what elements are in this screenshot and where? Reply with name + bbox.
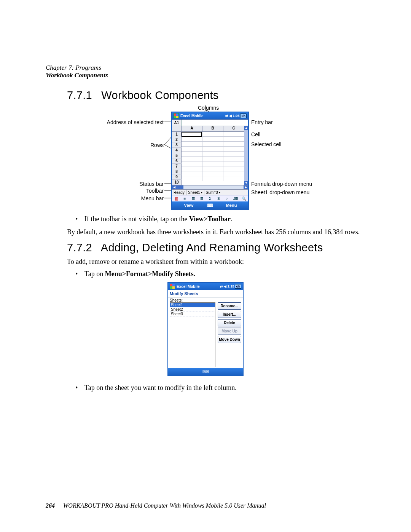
callout-columns: Columns — [198, 105, 219, 111]
chart-icon[interactable]: ▥ — [174, 197, 179, 201]
autosum-icon[interactable]: Σ — [207, 197, 213, 201]
callout-sheet-dd: Sheet1 drop-down menu — [251, 189, 309, 195]
window-titlebar: Excel Mobile ⇄ ◀ 1:03 ok — [172, 112, 248, 120]
callout-status: Status bar — [139, 181, 164, 187]
window-titlebar: Excel Mobile ⇄ ◀ 1:15 ok — [168, 283, 243, 290]
align-center-icon[interactable]: ≣ — [191, 197, 196, 201]
row-header[interactable]: 7 — [172, 164, 182, 169]
align-right-icon[interactable]: ≣ — [199, 197, 204, 201]
bullet-modify-sheets: Tap on Menu>Format>Modify Sheets. — [75, 269, 365, 278]
figure-workbook-components: Columns Address of selected text Rows St… — [84, 105, 327, 208]
volume-icon: ◀ — [229, 114, 232, 118]
heading-number: 7.7.1 — [67, 89, 92, 101]
ok-button[interactable]: ok — [240, 113, 247, 118]
app-title: Excel Mobile — [177, 284, 218, 289]
menu-view[interactable]: View — [172, 203, 206, 208]
currency-icon[interactable]: $ — [216, 197, 221, 201]
menu-menu[interactable]: Menu — [215, 203, 248, 208]
sheet-item[interactable]: Sheet3 — [170, 312, 215, 316]
menu-path: View>Toolbar — [189, 215, 231, 223]
row-header[interactable]: 6 — [172, 158, 182, 164]
callout-selected: Selected cell — [251, 141, 281, 147]
heading-title: Adding, Deleting And Renaming Worksheets — [101, 241, 323, 254]
move-down-button[interactable]: Move Down — [218, 336, 241, 343]
move-up-button[interactable]: Move Up — [218, 328, 241, 335]
row-header[interactable]: 9 — [172, 174, 182, 180]
row-header[interactable]: 5 — [172, 153, 182, 158]
row-header[interactable]: 1 — [172, 132, 182, 137]
windows-icon — [174, 113, 179, 118]
dialog-title: Modify Sheets — [168, 290, 243, 297]
keyboard-icon[interactable]: ⌨ — [206, 203, 215, 208]
comma-icon[interactable]: › — [224, 197, 229, 201]
callout-address: Address of selected text — [107, 119, 164, 125]
column-header-a[interactable]: A — [182, 126, 202, 131]
scroll-thumb[interactable] — [177, 185, 183, 189]
sheet-dropdown[interactable]: Sheet1▾ — [186, 190, 204, 195]
callout-rows: Rows — [150, 142, 164, 148]
scroll-right-icon[interactable]: ▶ — [244, 185, 248, 189]
heading-number: 7.7.2 — [67, 241, 92, 254]
vertical-scrollbar[interactable]: ▲ ▼ — [244, 126, 248, 185]
page-number: 264 — [46, 502, 55, 509]
clock: 1:15 — [227, 284, 234, 288]
callout-cell: Cell — [251, 131, 260, 137]
delete-button[interactable]: Delete — [218, 319, 241, 326]
select-all-corner[interactable] — [172, 126, 182, 131]
cell-grid[interactable] — [182, 132, 244, 185]
row-headers[interactable]: 1 2 3 4 5 6 7 8 9 10 — [172, 132, 182, 185]
status-bar: Ready Sheet1▾ Sum=0▾ — [172, 189, 248, 195]
sheet-list[interactable]: Sheet1 Sheet2 Sheet3 — [170, 302, 215, 367]
insert-button[interactable]: Insert... — [218, 311, 241, 318]
app-title: Excel Mobile — [180, 114, 224, 118]
sip-bar: ⌨ — [168, 368, 243, 375]
scroll-down-icon[interactable]: ▼ — [244, 181, 248, 185]
connectivity-icon: ⇄ — [220, 284, 223, 288]
toolbar: ▥ ≡ ≣ ≣ Σ $ › .00 🔍 — [172, 195, 248, 201]
formula-dropdown[interactable]: Sum=0▾ — [204, 190, 222, 195]
keyboard-icon[interactable]: ⌨ — [202, 369, 209, 374]
menu-bar: View ⌨ Menu — [172, 201, 248, 209]
chevron-down-icon: ▾ — [219, 191, 220, 194]
sheet-item[interactable]: Sheet2 — [170, 307, 215, 312]
horizontal-scrollbar[interactable]: ◀ ▶ — [172, 185, 248, 189]
bullet-toolbar-tip: If the toolbar is not visible, tap on th… — [75, 214, 365, 224]
chapter-crumb: Chapter 7: Programs — [46, 64, 365, 72]
callout-entrybar: Entry bar — [251, 119, 273, 125]
figure-modify-sheets: Excel Mobile ⇄ ◀ 1:15 ok Modify Sheets S… — [167, 282, 244, 376]
bullet-tap-sheet: Tap on the sheet you want to modify in t… — [75, 383, 365, 392]
column-header-c[interactable]: C — [223, 126, 244, 131]
row-header[interactable]: 10 — [172, 180, 182, 185]
volume-icon: ◀ — [224, 284, 226, 288]
heading-title: Workbook Components — [101, 89, 218, 101]
windows-icon — [170, 284, 175, 289]
callout-menubar: Menu bar — [141, 195, 164, 201]
rename-button[interactable]: Rename... — [218, 302, 241, 310]
chevron-down-icon: ▾ — [201, 191, 202, 194]
callout-formula-dd: Formula drop-down menu — [251, 181, 312, 187]
callout-toolbar: Toolbar — [146, 188, 164, 194]
status-ready: Ready — [172, 190, 186, 195]
ok-button[interactable]: ok — [235, 284, 241, 289]
clock: 1:03 — [233, 114, 239, 118]
sheet-item[interactable]: Sheet1 — [170, 303, 215, 307]
name-box[interactable]: A1 — [172, 120, 182, 126]
row-header[interactable]: 3 — [172, 142, 182, 148]
excel-mobile-screenshot: Excel Mobile ⇄ ◀ 1:03 ok A1 A B — [171, 112, 249, 210]
row-header[interactable]: 4 — [172, 148, 182, 153]
row-header[interactable]: 8 — [172, 169, 182, 174]
page-footer: 264 WORKABOUT PRO Hand-Held Computer Wit… — [46, 502, 365, 509]
formula-entry-bar[interactable] — [182, 120, 248, 126]
column-header-b[interactable]: B — [202, 126, 223, 131]
scroll-left-icon[interactable]: ◀ — [172, 185, 177, 189]
scroll-up-icon[interactable]: ▲ — [244, 126, 248, 130]
section-crumb: Workbook Components — [46, 72, 365, 79]
system-tray: ⇄ ◀ 1:03 ok — [225, 113, 247, 118]
zoom-icon[interactable]: 🔍 — [241, 197, 247, 201]
paragraph-add-remove: To add, remove or rename a worksheet fro… — [67, 257, 365, 266]
align-left-icon[interactable]: ≡ — [182, 197, 187, 201]
connectivity-icon: ⇄ — [225, 114, 228, 118]
decimal-icon[interactable]: .00 — [233, 197, 238, 201]
footer-text: WORKABOUT PRO Hand-Held Computer With Wi… — [63, 502, 266, 509]
row-header[interactable]: 2 — [172, 137, 182, 142]
